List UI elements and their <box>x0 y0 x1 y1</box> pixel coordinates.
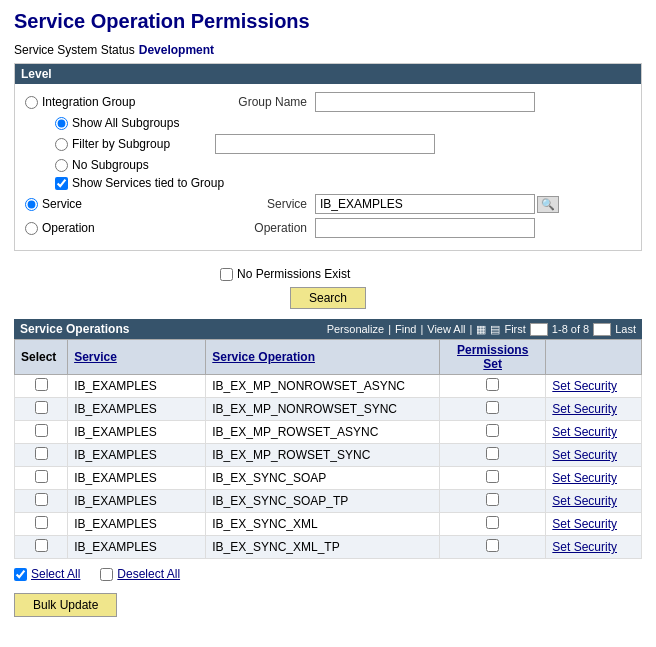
service-radio-label[interactable]: Service <box>25 197 185 211</box>
table-row: IB_EXAMPLES IB_EX_MP_NONROWSET_SYNC Set … <box>15 398 642 421</box>
no-permissions-row: No Permissions Exist <box>0 261 656 283</box>
select-all-check-label[interactable]: Select All <box>14 567 80 581</box>
col-actions <box>546 340 642 375</box>
set-security-link[interactable]: Set Security <box>552 425 617 439</box>
row-operation: IB_EX_MP_ROWSET_SYNC <box>206 444 440 467</box>
permissions-set-checkbox[interactable] <box>486 516 499 529</box>
show-all-subgroups-radio[interactable] <box>55 117 68 130</box>
service-row: Service Service 🔍 <box>25 194 631 214</box>
set-security-link[interactable]: Set Security <box>552 448 617 462</box>
no-permissions-checkbox[interactable] <box>220 268 233 281</box>
table-row: IB_EXAMPLES IB_EX_SYNC_SOAP_TP Set Secur… <box>15 490 642 513</box>
set-security-link[interactable]: Set Security <box>552 540 617 554</box>
row-checkbox[interactable] <box>35 424 48 437</box>
row-checkbox[interactable] <box>35 470 48 483</box>
show-all-subgroups-label[interactable]: Show All Subgroups <box>55 116 179 130</box>
system-status-label: Service System Status <box>14 43 135 57</box>
set-security-link[interactable]: Set Security <box>552 494 617 508</box>
row-permissions-set <box>440 513 546 536</box>
row-permissions-set <box>440 536 546 559</box>
show-services-label[interactable]: Show Services tied to Group <box>55 176 224 190</box>
select-all-link[interactable]: Select All <box>31 567 80 581</box>
deselect-all-checkbox[interactable] <box>100 568 113 581</box>
col-service[interactable]: Service <box>68 340 206 375</box>
pagination-info: First ◄ 1-8 of 8 ► Last <box>504 323 636 336</box>
no-permissions-label[interactable]: No Permissions Exist <box>220 267 350 281</box>
page-title: Service Operation Permissions <box>0 0 656 39</box>
integration-group-radio[interactable] <box>25 96 38 109</box>
group-name-label: Group Name <box>185 95 315 109</box>
deselect-all-link[interactable]: Deselect All <box>117 567 180 581</box>
row-operation: IB_EX_SYNC_SOAP_TP <box>206 490 440 513</box>
bulk-update-container: Bulk Update <box>0 589 656 627</box>
col-permissions-set[interactable]: Permissions Set <box>440 340 546 375</box>
permissions-set-checkbox[interactable] <box>486 378 499 391</box>
row-permissions-set <box>440 467 546 490</box>
permissions-set-checkbox[interactable] <box>486 424 499 437</box>
row-select-cell <box>15 444 68 467</box>
integration-group-row: Integration Group Group Name <box>25 92 631 112</box>
row-service: IB_EXAMPLES <box>68 536 206 559</box>
find-link[interactable]: Find <box>395 323 416 335</box>
set-security-link[interactable]: Set Security <box>552 379 617 393</box>
permissions-set-checkbox[interactable] <box>486 470 499 483</box>
row-checkbox[interactable] <box>35 401 48 414</box>
view-all-link[interactable]: View All <box>427 323 465 335</box>
row-operation: IB_EX_SYNC_XML_TP <box>206 536 440 559</box>
col-select: Select <box>15 340 68 375</box>
permissions-set-checkbox[interactable] <box>486 539 499 552</box>
table-header-bar: Service Operations Personalize | Find | … <box>14 319 642 339</box>
row-select-cell <box>15 467 68 490</box>
service-input-container: 🔍 <box>315 194 559 214</box>
filter-subgroup-input[interactable] <box>215 134 435 154</box>
set-security-link[interactable]: Set Security <box>552 517 617 531</box>
row-operation: IB_EX_SYNC_XML <box>206 513 440 536</box>
row-checkbox[interactable] <box>35 378 48 391</box>
row-set-security: Set Security <box>546 467 642 490</box>
show-services-checkbox[interactable] <box>55 177 68 190</box>
no-subgroups-label[interactable]: No Subgroups <box>55 158 149 172</box>
table-row: IB_EXAMPLES IB_EX_SYNC_XML_TP Set Securi… <box>15 536 642 559</box>
service-input[interactable] <box>315 194 535 214</box>
row-set-security: Set Security <box>546 444 642 467</box>
row-select-cell <box>15 536 68 559</box>
operation-input[interactable] <box>315 218 535 238</box>
personalize-link[interactable]: Personalize <box>327 323 384 335</box>
table-row: IB_EXAMPLES IB_EX_MP_NONROWSET_ASYNC Set… <box>15 375 642 398</box>
service-search-button[interactable]: 🔍 <box>537 196 559 213</box>
bulk-update-button[interactable]: Bulk Update <box>14 593 117 617</box>
last-link[interactable]: Last <box>615 323 636 335</box>
select-all-checkbox[interactable] <box>14 568 27 581</box>
permissions-set-checkbox[interactable] <box>486 493 499 506</box>
row-checkbox[interactable] <box>35 447 48 460</box>
group-name-input[interactable] <box>315 92 535 112</box>
row-select-cell <box>15 375 68 398</box>
no-subgroups-radio[interactable] <box>55 159 68 172</box>
filter-by-subgroup-radio[interactable] <box>55 138 68 151</box>
deselect-all-check-label[interactable]: Deselect All <box>100 567 180 581</box>
search-button[interactable]: Search <box>290 287 366 309</box>
row-service: IB_EXAMPLES <box>68 490 206 513</box>
row-select-cell <box>15 398 68 421</box>
row-checkbox[interactable] <box>35 493 48 506</box>
first-link[interactable]: First <box>504 323 525 335</box>
system-status-value: Development <box>139 43 214 57</box>
set-security-link[interactable]: Set Security <box>552 471 617 485</box>
operation-input-container <box>315 218 535 238</box>
permissions-set-checkbox[interactable] <box>486 447 499 460</box>
row-service: IB_EXAMPLES <box>68 375 206 398</box>
permissions-set-checkbox[interactable] <box>486 401 499 414</box>
row-checkbox[interactable] <box>35 539 48 552</box>
table-section: Service Operations Personalize | Find | … <box>14 319 642 559</box>
filter-by-subgroup-label[interactable]: Filter by Subgroup <box>55 137 215 151</box>
set-security-link[interactable]: Set Security <box>552 402 617 416</box>
operation-radio-label[interactable]: Operation <box>25 221 185 235</box>
service-radio[interactable] <box>25 198 38 211</box>
row-set-security: Set Security <box>546 421 642 444</box>
table-row: IB_EXAMPLES IB_EX_SYNC_SOAP Set Security <box>15 467 642 490</box>
row-set-security: Set Security <box>546 398 642 421</box>
row-checkbox[interactable] <box>35 516 48 529</box>
operation-radio[interactable] <box>25 222 38 235</box>
integration-group-radio-label[interactable]: Integration Group <box>25 95 185 109</box>
col-operation[interactable]: Service Operation <box>206 340 440 375</box>
